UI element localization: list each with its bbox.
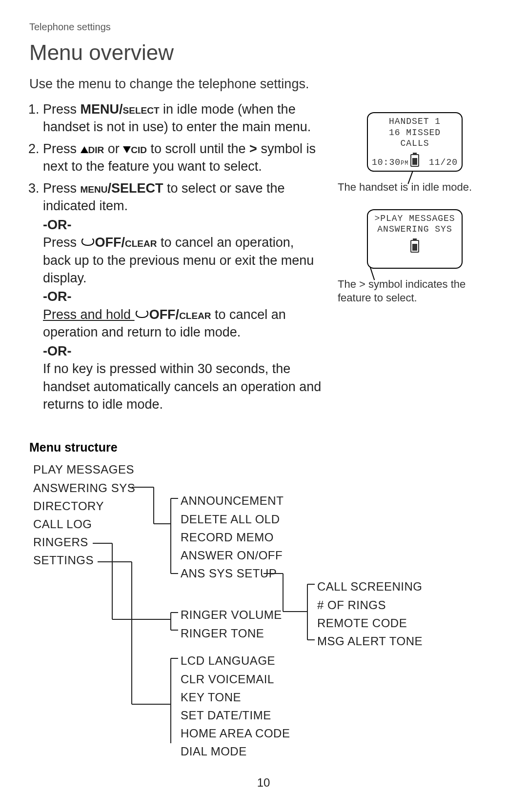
menu-item: CALL SCREENING [317, 577, 423, 595]
down-triangle-icon [123, 146, 131, 153]
menu-item: DIAL MODE [181, 742, 290, 760]
lcd-line: 16 MISSED CALLS [372, 127, 458, 149]
step-3: Press menu/SELECT to select or save the … [43, 179, 322, 414]
menu-item: CALL LOG [33, 515, 135, 533]
menu-col-settings: LCD LANGUAGE CLR VOICEMAIL KEY TONE SET … [181, 652, 290, 760]
menu-col-ringers: RINGER VOLUME RINGER TONE [181, 606, 282, 642]
lcd-time: 10:30PM [372, 157, 408, 168]
step-text: dir [88, 141, 104, 156]
battery-icon [410, 240, 419, 253]
menu-item: REMOTE CODE [317, 614, 423, 632]
steps-list: Press MENU/select in idle mode (when the… [29, 100, 322, 413]
phone-off-icon [81, 237, 94, 246]
step-text: Press [43, 141, 81, 156]
menu-item: PLAY MESSAGES [33, 460, 135, 478]
menu-col-answering: ANNOUNCEMENT DELETE ALL OLD RECORD MEMO … [181, 492, 284, 582]
menu-item: DIRECTORY [33, 497, 135, 515]
or-label: -OR- [43, 216, 322, 234]
menu-item: SET DATE/TIME [181, 706, 290, 724]
section-header: Telephone settings [29, 21, 498, 33]
step-text: clear [125, 235, 157, 250]
step-2: Press dir or cid to scroll until the > s… [43, 140, 322, 176]
step-text: Press [43, 235, 81, 250]
menu-item: ANSWERING SYS [33, 479, 135, 497]
menu-item: SETTINGS [33, 551, 135, 569]
menu-col-root: PLAY MESSAGES ANSWERING SYS DIRECTORY CA… [33, 460, 135, 569]
step-text: clear [179, 307, 211, 322]
phone-off-icon [136, 309, 148, 318]
intro-text: Use the menu to change the telephone set… [29, 77, 498, 92]
menu-item: MSG ALERT TONE [317, 632, 423, 650]
step-text: to scroll until the [147, 141, 249, 156]
menu-item: CLR VOICEMAIL [181, 670, 290, 688]
or-label: -OR- [43, 342, 322, 360]
or-label: -OR- [43, 288, 322, 305]
step-text: Press [43, 102, 81, 117]
lcd-idle-screen: HANDSET 1 16 MISSED CALLS 10:30PM 11/20 [367, 112, 463, 172]
lcd-line: HANDSET 1 [372, 116, 458, 127]
menu-item: RINGER VOLUME [181, 606, 282, 624]
menu-item: ANNOUNCEMENT [181, 492, 284, 510]
menu-item: DELETE ALL OLD [181, 510, 284, 528]
lcd-date: 11/20 [429, 157, 458, 168]
step-text: Press and hold [43, 307, 135, 322]
menu-item: LCD LANGUAGE [181, 652, 290, 670]
step-text: If no key is pressed within 30 seconds, … [43, 361, 321, 412]
lcd-menu-screen: >PLAY MESSAGES ANSWERING SYS [367, 209, 463, 269]
menu-structure-heading: Menu structure [29, 440, 498, 455]
step-1: Press MENU/select in idle mode (when the… [43, 100, 322, 136]
step-text: MENU/ [81, 102, 123, 117]
step-text: select [123, 102, 160, 117]
lcd-line: ANSWERING SYS [372, 224, 458, 235]
step-text: or [104, 141, 123, 156]
menu-item: ANS SYS SETUP [181, 564, 284, 582]
lcd-line: >PLAY MESSAGES [372, 213, 458, 224]
menu-item: RINGER TONE [181, 624, 282, 642]
lcd-caption: The handset is in idle mode. [338, 180, 498, 195]
up-triangle-icon [81, 146, 88, 153]
page-title: Menu overview [29, 40, 498, 65]
step-text: OFF/ [149, 307, 180, 322]
step-text: > [249, 141, 257, 156]
step-text: cid [131, 141, 147, 156]
step-text: OFF/ [95, 235, 125, 250]
lcd-caption: The > symbol indicates the feature to se… [338, 277, 498, 305]
step-text: menu [81, 181, 108, 196]
menu-col-ans-sys-setup: CALL SCREENING # OF RINGS REMOTE CODE MS… [317, 577, 423, 650]
menu-item: HOME AREA CODE [181, 724, 290, 742]
menu-item: RINGERS [33, 533, 135, 551]
menu-item: RECORD MEMO [181, 528, 284, 546]
step-text: Press [43, 181, 81, 196]
menu-item: ANSWER ON/OFF [181, 546, 284, 564]
menu-item: # OF RINGS [317, 596, 423, 614]
step-text: /SELECT [107, 181, 163, 196]
page-number: 10 [0, 776, 527, 790]
menu-item: KEY TONE [181, 688, 290, 706]
